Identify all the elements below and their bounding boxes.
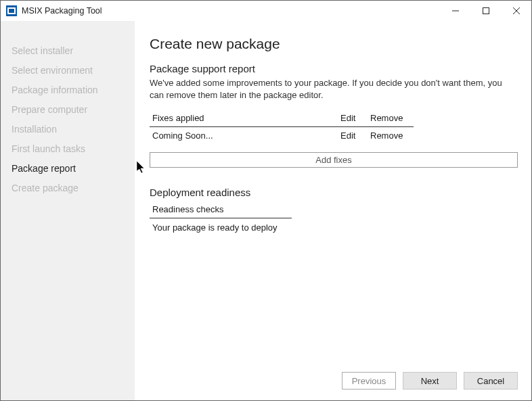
readiness-header: Readiness checks xyxy=(150,201,292,218)
close-button[interactable] xyxy=(501,1,531,21)
titlebar: MSIX Packaging Tool xyxy=(1,1,531,21)
fixes-row-edit-link[interactable]: Edit xyxy=(340,131,370,141)
minimize-button[interactable] xyxy=(440,1,470,21)
readiness-table: Readiness checks Your package is ready t… xyxy=(150,201,292,236)
fixes-header-remove: Remove xyxy=(370,113,411,123)
app-icon xyxy=(6,5,17,16)
fixes-row-name: Coming Soon... xyxy=(152,131,340,141)
fixes-table-header: Fixes applied Edit Remove xyxy=(150,110,414,127)
svg-rect-4 xyxy=(483,8,489,14)
sidebar-step-package-information[interactable]: Package information xyxy=(1,80,135,100)
main-content: Create new package Package support repor… xyxy=(135,21,531,400)
window-controls xyxy=(440,1,531,21)
deployment-readiness-title: Deployment readiness xyxy=(150,187,518,198)
next-button[interactable]: Next xyxy=(403,372,457,390)
add-fixes-button[interactable]: Add fixes xyxy=(150,152,518,168)
sidebar-step-installation[interactable]: Installation xyxy=(1,120,135,139)
wizard-footer: Previous Next Cancel xyxy=(342,372,518,390)
fixes-table: Fixes applied Edit Remove Coming Soon...… xyxy=(150,110,414,144)
sidebar-step-select-environment[interactable]: Select environment xyxy=(1,61,135,80)
fixes-header-edit: Edit xyxy=(340,113,370,123)
fixes-row: Coming Soon... Edit Remove xyxy=(150,127,414,144)
support-report-title: Package support report xyxy=(150,63,518,74)
sidebar-step-prepare-computer[interactable]: Prepare computer xyxy=(1,100,135,120)
sidebar-step-package-report[interactable]: Package report xyxy=(1,159,135,179)
support-report-description: We've added some improvements to your pa… xyxy=(150,77,518,101)
page-title: Create new package xyxy=(150,36,518,52)
sidebar-step-select-installer[interactable]: Select installer xyxy=(1,41,135,61)
cancel-button[interactable]: Cancel xyxy=(464,372,518,390)
fixes-row-remove-link[interactable]: Remove xyxy=(370,131,411,141)
window-title: MSIX Packaging Tool xyxy=(22,6,440,16)
previous-button[interactable]: Previous xyxy=(342,372,396,390)
readiness-status: Your package is ready to deploy xyxy=(150,218,292,236)
svg-rect-2 xyxy=(9,9,14,13)
fixes-header-name: Fixes applied xyxy=(152,113,340,123)
sidebar-step-first-launch-tasks[interactable]: First launch tasks xyxy=(1,139,135,159)
wizard-sidebar: Select installer Select environment Pack… xyxy=(1,21,135,400)
maximize-button[interactable] xyxy=(470,1,501,21)
sidebar-step-create-package[interactable]: Create package xyxy=(1,179,135,198)
